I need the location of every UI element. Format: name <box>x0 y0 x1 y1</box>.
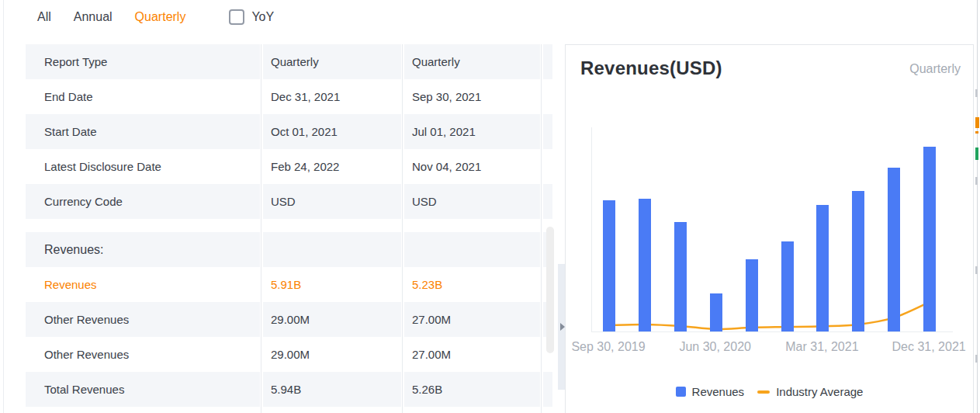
x-tick-label: Mar 31, 2021 <box>785 340 858 354</box>
table-row[interactable]: Latest Disclosure Date Feb 24, 2022 Nov … <box>26 149 552 184</box>
row-value-col1 <box>263 232 401 267</box>
column-separator <box>402 44 403 413</box>
revenue-bar-Dec 31, 2019[interactable] <box>639 199 651 331</box>
clipped-orange-dash <box>975 131 978 134</box>
clipped-orange-text <box>975 117 979 128</box>
industry-average-swatch-icon <box>757 390 770 394</box>
row-value-col2 <box>404 232 540 267</box>
revenue-bar-Mar 31, 2021[interactable] <box>816 205 829 331</box>
row-value-col2: USD <box>404 184 540 219</box>
table-row[interactable]: Other Revenues 29.00M 27.00M <box>26 337 552 372</box>
revenue-bar-Sep 30, 2020[interactable] <box>746 259 758 331</box>
tab-quarterly[interactable]: Quarterly <box>135 10 186 24</box>
clipped-tick <box>975 355 978 363</box>
revenue-bar-Mar 31, 2020[interactable] <box>674 222 687 331</box>
row-label: Latest Disclosure Date <box>26 149 260 184</box>
table-row[interactable]: Revenues 5.91B 5.23B <box>26 267 552 302</box>
outer-scrollbar-track <box>977 0 978 413</box>
row-value-col2: Jul 01, 2021 <box>404 114 540 149</box>
revenue-bar-Jun 30, 2021[interactable] <box>852 191 864 331</box>
revenue-bar-Dec 31, 2021[interactable] <box>923 147 936 331</box>
chart-legend: Revenues Industry Average <box>566 385 973 398</box>
row-clipped-col3 <box>543 79 552 114</box>
revenue-bar-Dec 31, 2020[interactable] <box>781 241 794 331</box>
row-label: Revenues: <box>26 232 260 267</box>
row-clipped-col3 <box>543 372 552 407</box>
row-clipped-col3 <box>543 184 552 219</box>
legend-item-revenues[interactable]: Revenues <box>676 385 745 398</box>
row-value-col1: Quarterly <box>263 44 401 79</box>
row-clipped-col3 <box>543 149 552 184</box>
table-row[interactable]: Total Revenues 5.94B 5.26B <box>26 372 552 407</box>
table-row[interactable]: Currency Code USD USD <box>26 184 552 219</box>
row-value-col1: 5.91B <box>263 267 401 302</box>
row-label: Currency Code <box>26 184 260 219</box>
row-value-col1: Dec 31, 2021 <box>263 79 401 114</box>
table-scrollbar-thumb[interactable] <box>546 227 554 353</box>
row-value-col2: 27.00M <box>404 302 540 337</box>
column-separator <box>541 44 542 413</box>
row-value-col2: 5.26B <box>404 372 540 407</box>
row-label: Total Revenues <box>26 372 260 407</box>
row-label: Other Revenues <box>26 337 260 372</box>
row-label: Revenues <box>26 267 260 302</box>
row-value-col1: 5.94B <box>263 372 401 407</box>
chart-title: Revenues(USD) <box>580 57 722 79</box>
row-value-col1: Oct 01, 2021 <box>263 114 401 149</box>
row-value-col2: Nov 04, 2021 <box>404 149 540 184</box>
revenue-bar-Sep 30, 2021[interactable] <box>888 168 900 331</box>
x-tick-label: Jun 30, 2020 <box>679 340 751 354</box>
app-screen: All Annual Quarterly YoY Report Type Qua… <box>0 0 980 413</box>
row-value-col2: 5.23B <box>404 267 540 302</box>
table-row <box>26 219 552 232</box>
right-edge-clipped-content <box>975 0 980 413</box>
table-row[interactable]: Report Type Quarterly Quarterly <box>26 44 552 79</box>
clipped-green-text <box>975 148 978 160</box>
row-value-col2: 27.00M <box>404 337 540 372</box>
row-label: Report Type <box>26 44 260 79</box>
row-label <box>26 219 260 232</box>
table-row[interactable]: Start Date Oct 01, 2021 Jul 01, 2021 <box>26 114 552 149</box>
row-value-col2: Sep 30, 2021 <box>404 79 540 114</box>
column-separator <box>261 44 261 413</box>
revenue-bar-Sep 30, 2019[interactable] <box>603 200 615 331</box>
row-label: Start Date <box>26 114 260 149</box>
row-value-col2 <box>404 219 540 232</box>
revenues-chart-panel: Revenues(USD) Quarterly Sep 30, 2019Jun … <box>565 44 974 413</box>
x-axis-labels: Sep 30, 2019Jun 30, 2020Mar 31, 2021Dec … <box>591 340 953 356</box>
row-value-col2: Quarterly <box>404 44 540 79</box>
x-tick-label: Dec 31, 2021 <box>892 340 966 354</box>
chart-plot-area <box>591 127 953 332</box>
yoy-label[interactable]: YoY <box>251 10 274 24</box>
period-tabbar: All Annual Quarterly YoY <box>37 8 274 26</box>
financials-table: Report Type Quarterly Quarterly End Date… <box>26 44 552 407</box>
tab-all[interactable]: All <box>37 10 51 24</box>
row-clipped-col3 <box>543 44 552 79</box>
row-value-col1: 29.00M <box>263 337 401 372</box>
row-value-col1: USD <box>263 184 401 219</box>
yoy-checkbox[interactable] <box>229 9 244 25</box>
legend-item-industry-average[interactable]: Industry Average <box>757 385 863 398</box>
revenue-bar-Jun 30, 2020[interactable] <box>710 293 722 331</box>
legend-revenues-label: Revenues <box>692 385 745 398</box>
row-label: Other Revenues <box>26 302 260 337</box>
revenues-swatch-icon <box>676 387 686 397</box>
clipped-tick <box>975 266 978 274</box>
tab-annual[interactable]: Annual <box>74 10 113 24</box>
yoy-toggle: YoY <box>229 9 274 25</box>
row-value-col1: Feb 24, 2022 <box>263 149 401 184</box>
row-clipped-col3 <box>543 114 552 149</box>
clipped-tick <box>975 89 978 97</box>
chart-subtitle: Quarterly <box>909 62 961 76</box>
clipped-tick <box>975 177 978 185</box>
legend-industry-average-label: Industry Average <box>776 385 863 398</box>
row-value-col1 <box>263 219 401 232</box>
row-value-col1: 29.00M <box>263 302 401 337</box>
x-tick-label: Sep 30, 2019 <box>571 340 645 354</box>
table-row[interactable]: Other Revenues 29.00M 27.00M <box>26 302 552 337</box>
page-edge-divider <box>3 0 4 413</box>
table-row[interactable]: End Date Dec 31, 2021 Sep 30, 2021 <box>26 79 552 114</box>
table-row[interactable]: Revenues: <box>26 232 552 267</box>
row-label: End Date <box>26 79 260 114</box>
